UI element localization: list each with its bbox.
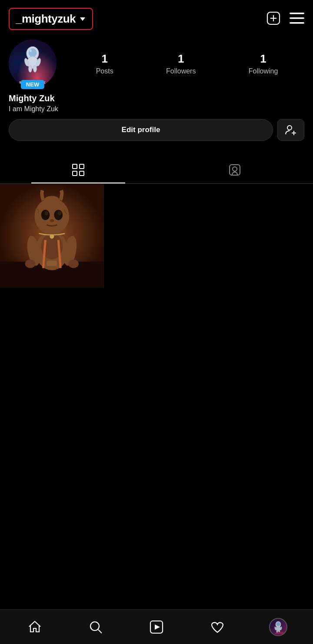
avatar-wrapper: MIGHTY ZUK NEW [9, 40, 57, 87]
svg-rect-20 [80, 171, 84, 176]
tabs-row [0, 156, 313, 184]
nav-profile[interactable] [248, 614, 309, 641]
svg-point-11 [29, 66, 32, 73]
profile-top: MIGHTY ZUK NEW 1 Posts 1 Followers 1 Fol… [9, 40, 304, 87]
profile-section: MIGHTY ZUK NEW 1 Posts 1 Followers 1 Fol… [0, 35, 313, 156]
reels-icon [149, 620, 164, 634]
svg-rect-19 [73, 171, 77, 176]
nav-reels[interactable] [126, 615, 187, 639]
menu-button[interactable] [290, 13, 304, 25]
svg-point-43 [90, 622, 99, 631]
profile-display-name: Mighty Zuk [9, 93, 304, 103]
stat-followers[interactable]: 1 Followers [166, 52, 196, 75]
svg-point-22 [233, 167, 237, 171]
svg-point-48 [276, 622, 280, 626]
svg-point-13 [30, 49, 32, 52]
content-area: MIGHTY ZUK NEW 1 Posts 1 Followers 1 Fol… [0, 35, 313, 322]
astronaut-icon [17, 44, 48, 74]
tab-grid[interactable] [0, 156, 156, 183]
svg-rect-4 [290, 17, 304, 19]
list-item[interactable] [0, 184, 104, 288]
svg-line-44 [98, 630, 102, 633]
header: _mightyzuk [0, 0, 313, 35]
profile-bio: I am Mighty Zuk [9, 105, 304, 113]
svg-point-38 [45, 211, 48, 216]
svg-point-14 [287, 126, 292, 130]
svg-point-12 [33, 66, 37, 73]
svg-point-40 [50, 219, 54, 222]
add-person-icon [285, 124, 297, 136]
following-count: 1 [260, 52, 266, 66]
stat-following[interactable]: 1 Following [249, 52, 278, 75]
nav-likes[interactable] [187, 615, 248, 639]
bottom-nav [0, 609, 313, 644]
username-dropdown[interactable]: _mightyzuk [9, 8, 93, 30]
svg-rect-21 [230, 165, 240, 175]
astronaut-mini-icon [271, 620, 285, 634]
svg-marker-46 [155, 624, 160, 630]
edit-profile-button[interactable]: Edit profile [9, 119, 273, 141]
following-label: Following [249, 67, 278, 75]
stat-posts[interactable]: 1 Posts [96, 52, 113, 75]
home-icon [27, 620, 42, 634]
svg-rect-29 [47, 261, 57, 266]
nav-home[interactable] [4, 615, 65, 639]
nav-search[interactable] [65, 615, 126, 639]
add-friend-button[interactable] [277, 119, 304, 141]
followers-count: 1 [178, 52, 184, 66]
svg-point-32 [25, 259, 36, 268]
svg-point-37 [54, 210, 63, 220]
heart-icon [210, 620, 225, 634]
profile-avatar-mini [269, 618, 287, 636]
svg-point-49 [276, 626, 280, 631]
svg-point-41 [44, 196, 60, 205]
svg-point-39 [58, 211, 61, 216]
posts-count: 1 [101, 52, 107, 66]
stats-row: 1 Posts 1 Followers 1 Following [70, 52, 304, 75]
svg-point-7 [29, 48, 37, 57]
tagged-icon [228, 163, 241, 176]
search-icon [88, 620, 103, 634]
svg-point-33 [68, 259, 79, 268]
username-text: _mightyzuk [16, 12, 76, 26]
chevron-down-icon [79, 16, 86, 23]
svg-point-36 [41, 210, 50, 220]
svg-point-42 [50, 234, 54, 239]
new-badge: NEW [21, 80, 44, 89]
grid-icon [72, 163, 85, 176]
svg-rect-5 [290, 22, 304, 24]
post-image-1 [0, 184, 104, 288]
svg-rect-3 [290, 13, 304, 14]
posts-grid [0, 184, 313, 288]
tab-tagged[interactable] [156, 156, 313, 183]
svg-rect-18 [80, 164, 84, 169]
posts-label: Posts [96, 67, 113, 75]
action-buttons: Edit profile [9, 119, 304, 141]
followers-label: Followers [166, 67, 196, 75]
add-post-button[interactable] [266, 11, 281, 27]
header-icons [266, 11, 304, 27]
svg-rect-17 [73, 164, 77, 169]
